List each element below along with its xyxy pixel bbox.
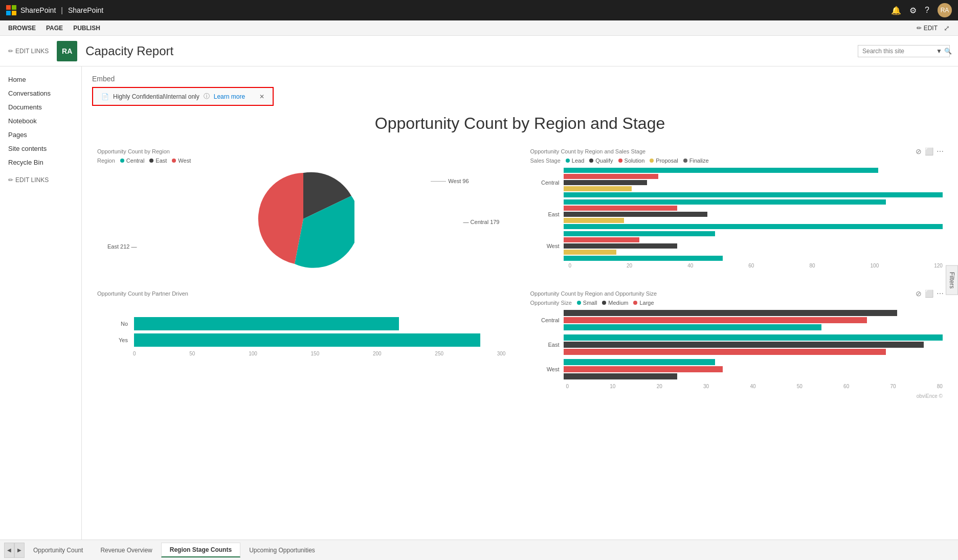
pie-chart-container: Opportunity Count by Region Region Centr… [92, 143, 515, 275]
ribbon-edit-btn[interactable]: ✏ EDIT [917, 25, 938, 32]
legend-finalize-label: Finalize [689, 158, 709, 164]
sidebar-item-home[interactable]: Home [0, 73, 81, 86]
more-toolbar-icon[interactable]: ⋯ [937, 147, 944, 155]
region-east-bars [564, 199, 943, 229]
search-input[interactable] [862, 48, 934, 55]
learn-more-link[interactable]: Learn more [214, 93, 245, 100]
legend-east-dot [149, 159, 153, 163]
opp-east-bars [564, 334, 943, 355]
opp-size-chart-container: ⊘ ⬜ ⋯ Opportunity Count by Region and Op… [525, 285, 948, 404]
expand-opp-icon[interactable]: ⬜ [925, 289, 933, 298]
east-medium-bar [564, 342, 924, 348]
tab-prev-btn[interactable]: ◀ [4, 543, 14, 558]
legend-solution-dot [618, 159, 622, 163]
region-east-label: East [536, 211, 564, 217]
legend-lead: Lead [566, 158, 584, 164]
ribbon-page[interactable]: PAGE [46, 25, 63, 32]
banner-text: Highly Confidential\Internal only [113, 93, 199, 100]
legend-small-dot [577, 301, 581, 305]
legend-central-dot [120, 159, 124, 163]
region-west-label: West [536, 243, 564, 249]
west-small-bar [564, 359, 716, 365]
tab-revenue-overview[interactable]: Revenue Overview [92, 543, 161, 557]
profile-icon: RA [941, 7, 949, 14]
legend-west: West [172, 158, 191, 164]
legend-east-label: East [155, 158, 167, 164]
nav-edit-label: EDIT LINKS [15, 176, 49, 184]
embed-banner: 📄 Highly Confidential\Internal only ⓘ Le… [92, 87, 274, 106]
dashboard: Opportunity Count by Region and Stage Op… [82, 114, 958, 414]
pie-label-central: — Central 179 [463, 219, 500, 225]
info-icon[interactable]: ⓘ [204, 92, 210, 101]
bar-row-yes: Yes [102, 333, 510, 347]
sidebar-item-recycle-bin[interactable]: Recycle Bin [0, 155, 81, 169]
region-stage-bars: Central East [530, 168, 943, 268]
filters-panel[interactable]: Filters [946, 265, 958, 295]
search-dropdown-icon[interactable]: ▼ [936, 48, 942, 55]
bottom-tabs: ◀ ▶ Opportunity Count Revenue Overview R… [0, 540, 958, 560]
legend-qualify: Qualify [589, 158, 613, 164]
embed-section: Embed 📄 Highly Confidential\Internal onl… [82, 66, 958, 114]
pie-label-west: West 96 [431, 178, 469, 184]
main-layout: Home Conversations Documents Notebook Pa… [0, 66, 958, 540]
svg-rect-0 [6, 5, 11, 10]
filter-toolbar-icon[interactable]: ⊘ [916, 147, 922, 155]
tab-region-stage-counts[interactable]: Region Stage Counts [161, 543, 240, 557]
focus-icon[interactable]: ⤢ [944, 24, 950, 32]
legend-proposal-label: Proposal [656, 158, 678, 164]
help-icon[interactable]: ? [925, 6, 929, 15]
search-icon[interactable]: 🔍 [944, 48, 952, 55]
tab-next-btn[interactable]: ▶ [14, 543, 25, 558]
site-header-right: ▼ 🔍 [858, 45, 950, 57]
central-large-bar [564, 317, 867, 323]
opp-west-row: West [536, 359, 943, 379]
sidebar-item-documents[interactable]: Documents [0, 100, 81, 114]
sidebar-item-site-contents[interactable]: Site contents [0, 142, 81, 155]
nav-edit-links[interactable]: ✏ EDIT LINKS [0, 173, 81, 187]
svg-rect-3 [12, 11, 16, 15]
settings-icon[interactable]: ⚙ [909, 6, 917, 15]
ribbon: BROWSE PAGE PUBLISH ✏ EDIT ⤢ [0, 20, 958, 36]
sidebar-item-notebook[interactable]: Notebook [0, 114, 81, 128]
legend-east: East [149, 158, 167, 164]
opp-east-label: East [536, 342, 564, 348]
east-large-bar [564, 349, 886, 355]
ribbon-publish[interactable]: PUBLISH [73, 25, 100, 32]
partner-driven-chart-container: Opportunity Count by Partner Driven No Y… [92, 285, 515, 404]
notification-icon[interactable]: 🔔 [891, 6, 901, 15]
pencil-icon: ✏ [917, 25, 922, 32]
opp-east-row: East [536, 334, 943, 355]
tab-upcoming-opportunities[interactable]: Upcoming Opportunities [240, 543, 324, 557]
sidebar-item-pages[interactable]: Pages [0, 128, 81, 142]
profile-avatar[interactable]: RA [938, 3, 952, 17]
dashboard-title: Opportunity Count by Region and Stage [92, 114, 948, 133]
app-name-label: SharePoint [20, 6, 56, 14]
region-west-bars [564, 231, 943, 261]
legend-medium-label: Medium [608, 300, 628, 306]
tab-opportunity-count[interactable]: Opportunity Count [25, 543, 92, 557]
opp-size-chart-title: Opportunity Count by Region and Opportun… [530, 290, 943, 297]
ribbon-browse[interactable]: BROWSE [8, 25, 36, 32]
opp-size-legend: Opportunity Size Small Medium Large [530, 300, 943, 306]
west-finalize-bar [564, 256, 723, 261]
east-solution-bar [564, 206, 677, 211]
legend-proposal: Proposal [650, 158, 678, 164]
expand-toolbar-icon[interactable]: ⬜ [925, 147, 933, 155]
microsoft-logo: SharePoint [6, 5, 56, 15]
close-banner-btn[interactable]: ✕ [259, 93, 264, 100]
west-proposal-bar [564, 250, 617, 255]
legend-central: Central [120, 158, 144, 164]
bar-no-label: No [102, 321, 128, 327]
central-lead-bar [564, 168, 878, 173]
legend-large-label: Large [639, 300, 654, 306]
search-box: ▼ 🔍 [858, 45, 950, 57]
edit-links-label: EDIT LINKS [15, 48, 49, 55]
more-opp-icon[interactable]: ⋯ [937, 289, 944, 298]
legend-large: Large [633, 300, 654, 306]
filter-opp-icon[interactable]: ⊘ [916, 289, 922, 298]
region-central-bars [564, 168, 943, 197]
svg-rect-2 [6, 11, 11, 15]
embed-title: Embed [92, 75, 948, 83]
edit-links-btn[interactable]: ✏ EDIT LINKS [8, 48, 49, 55]
sidebar-item-conversations[interactable]: Conversations [0, 86, 81, 100]
